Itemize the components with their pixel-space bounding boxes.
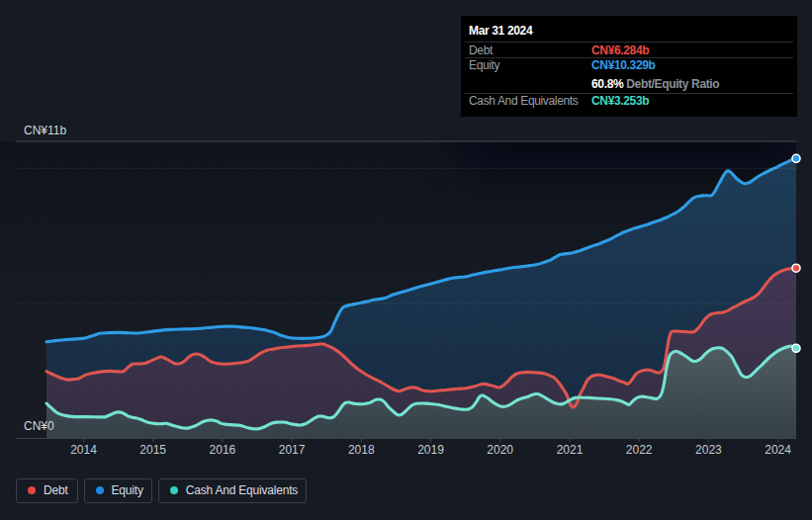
svg-text:2023: 2023: [695, 443, 722, 457]
svg-text:2019: 2019: [417, 443, 444, 457]
svg-text:2021: 2021: [557, 443, 584, 457]
svg-text:2016: 2016: [210, 443, 236, 457]
svg-text:CN¥11b: CN¥11b: [24, 124, 66, 137]
svg-text:2024: 2024: [765, 443, 791, 457]
svg-text:2018: 2018: [348, 443, 375, 457]
svg-text:2015: 2015: [139, 443, 166, 457]
svg-text:2022: 2022: [626, 443, 653, 457]
svg-text:CN¥0: CN¥0: [24, 419, 54, 433]
svg-text:2020: 2020: [487, 443, 513, 457]
svg-text:2017: 2017: [279, 443, 306, 457]
svg-text:2014: 2014: [70, 443, 97, 457]
